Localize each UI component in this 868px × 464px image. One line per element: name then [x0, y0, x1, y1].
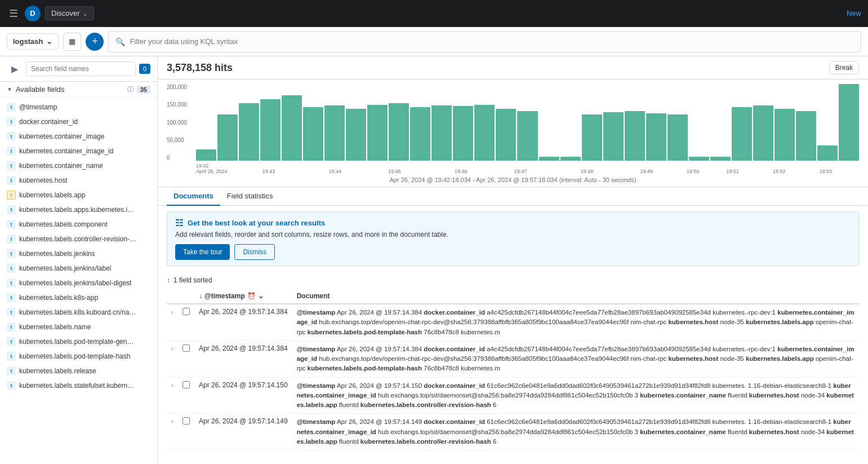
- chart-bar[interactable]: [625, 111, 645, 161]
- field-list-item[interactable]: tkubernetes.container_name+: [0, 158, 157, 173]
- chart-bar[interactable]: [774, 109, 795, 161]
- field-list-item[interactable]: tkubernetes.labels.statefulset.kubernete…: [0, 378, 157, 393]
- field-list-item[interactable]: tdocker.container_id+: [0, 114, 157, 129]
- field-list-item[interactable]: tkubernetes.labels.release+: [0, 364, 157, 378]
- expand-cell[interactable]: ›: [167, 341, 178, 377]
- chart-bar[interactable]: [603, 112, 624, 161]
- check-cell[interactable]: [178, 304, 194, 341]
- field-list-item[interactable]: tkubernetes.labels.jenkins/label+: [0, 261, 157, 276]
- available-fields-header: ▼ Available fields ⓘ 35: [0, 82, 157, 98]
- expand-icon[interactable]: ›: [171, 382, 173, 388]
- sidebar: ▶ 0 ▼ Available fields ⓘ 35 t@timestamp+…: [0, 56, 158, 464]
- field-list-item[interactable]: tkubernetes.labels.controller-revision-h…: [0, 232, 157, 246]
- chart-bar[interactable]: [324, 105, 345, 161]
- chart-bar[interactable]: [346, 109, 366, 161]
- row-checkbox[interactable]: [182, 308, 190, 315]
- field-list-item[interactable]: tkubernetes.labels.jenkins+: [0, 246, 157, 261]
- field-list-item[interactable]: tkubernetes.labels.component+: [0, 217, 157, 232]
- field-type-badge: t: [7, 147, 16, 156]
- tour-banner-title: ☷ Get the best look at your search resul…: [175, 218, 851, 228]
- check-cell[interactable]: [178, 377, 194, 414]
- chart-bar[interactable]: [796, 111, 816, 161]
- field-list-item[interactable]: tkubernetes.container_image+: [0, 129, 157, 144]
- field-list-item[interactable]: tkubernetes.labels.pod-template-hash+: [0, 349, 157, 364]
- available-fields-label: Available fields: [16, 85, 124, 94]
- chart-bar[interactable]: [282, 95, 302, 161]
- add-filter-button[interactable]: +: [86, 33, 104, 51]
- expand-cell[interactable]: ›: [167, 304, 178, 341]
- chart-bar[interactable]: [839, 84, 859, 161]
- search-input[interactable]: [130, 37, 854, 46]
- chart-bar[interactable]: [260, 99, 281, 161]
- chart-bar[interactable]: [710, 157, 731, 161]
- chart-bar[interactable]: [367, 105, 388, 161]
- tab-field-statistics[interactable]: Field statistics: [220, 187, 280, 206]
- chart-bar[interactable]: [410, 107, 430, 161]
- row-checkbox[interactable]: [182, 344, 190, 352]
- chart-bar[interactable]: [753, 105, 773, 161]
- field-list-item[interactable]: tkubernetes.labels.pod-template-generati…: [0, 334, 157, 349]
- expand-cell[interactable]: ›: [167, 414, 178, 450]
- expand-icon[interactable]: ›: [171, 309, 173, 315]
- chart-bar[interactable]: [539, 157, 559, 161]
- field-list-item[interactable]: tkubernetes.host+: [0, 173, 157, 188]
- chart-bar[interactable]: [517, 111, 537, 161]
- chart-bar[interactable]: [474, 105, 495, 161]
- tab-documents[interactable]: Documents: [167, 187, 220, 206]
- field-search-input[interactable]: [26, 61, 136, 76]
- check-cell[interactable]: [178, 341, 194, 377]
- field-name-label: kubernetes.host: [19, 176, 137, 184]
- chevron-down-icon: ▼: [7, 86, 12, 92]
- field-list-item[interactable]: tkubernetes.labels.k8s-app+: [0, 290, 157, 305]
- chart-bar[interactable]: [646, 113, 666, 161]
- col-timestamp-header[interactable]: ↓ @timestamp ⏰ ⌄: [194, 289, 292, 304]
- filter-count-button[interactable]: 0: [139, 64, 150, 74]
- chart-bar[interactable]: [732, 107, 752, 161]
- chart-x-label: 19:43: [262, 169, 275, 174]
- data-table: ↓ @timestamp ⏰ ⌄ Document ›Apr 26, 2024 …: [167, 289, 859, 450]
- top-nav: ☰ D Discover ⌄ New: [0, 0, 868, 27]
- hamburger-icon[interactable]: ☰: [7, 5, 20, 22]
- field-type-badge: t: [7, 249, 16, 258]
- chart-bar[interactable]: [667, 114, 688, 161]
- chart-bar[interactable]: [196, 149, 216, 161]
- chart-bar[interactable]: [217, 114, 238, 161]
- field-list-item[interactable]: tkubernetes.labels.apps.kubernetes.io/po…: [0, 202, 157, 217]
- chart-bar[interactable]: [582, 114, 602, 161]
- check-cell[interactable]: [178, 414, 194, 450]
- field-list-item[interactable]: tkubernetes.labels.name+: [0, 320, 157, 334]
- new-button[interactable]: New: [847, 9, 861, 17]
- field-list-item[interactable]: tkubernetes.labels.jenkins/label-digest+: [0, 276, 157, 290]
- field-list-item[interactable]: !kubernetes.labels.app+: [0, 188, 157, 202]
- chart-x-label: 19:48: [581, 169, 594, 174]
- chart-bar[interactable]: [453, 106, 473, 161]
- chart-bar[interactable]: [431, 105, 452, 161]
- field-name-label: kubernetes.labels.k8s-app: [19, 294, 137, 302]
- index-selector[interactable]: logstash ⌄: [7, 33, 59, 50]
- chart-bar[interactable]: [817, 145, 838, 161]
- field-list-item[interactable]: tkubernetes.container_image_id+: [0, 144, 157, 158]
- field-type-badge: t: [7, 103, 16, 112]
- expand-cell[interactable]: ›: [167, 377, 178, 414]
- expand-icon[interactable]: ›: [171, 418, 173, 425]
- take-tour-button[interactable]: Take the tour: [175, 244, 230, 260]
- row-checkbox[interactable]: [182, 381, 190, 388]
- search-bar: 🔍: [108, 31, 861, 52]
- row-checkbox[interactable]: [182, 417, 190, 425]
- expand-icon[interactable]: ›: [171, 346, 173, 352]
- chart-bar[interactable]: [239, 103, 259, 161]
- dismiss-button[interactable]: Dismiss: [234, 244, 275, 260]
- app-selector-button[interactable]: Discover ⌄: [45, 6, 94, 20]
- field-type-badge: t: [7, 381, 16, 390]
- filter-button[interactable]: ▦: [63, 33, 81, 51]
- chart-bar[interactable]: [560, 157, 581, 161]
- chart-bar[interactable]: [389, 103, 409, 161]
- chart-bar[interactable]: [303, 107, 323, 161]
- field-list-item[interactable]: tkubernetes.labels.k8s.kuboard.cn/name+: [0, 305, 157, 320]
- hits-header: 3,578,158 hits Break: [158, 56, 868, 79]
- chart-bar[interactable]: [496, 109, 516, 161]
- chart-bar[interactable]: [689, 157, 709, 161]
- break-button[interactable]: Break: [829, 61, 859, 74]
- field-list-item[interactable]: t@timestamp+: [0, 100, 157, 114]
- sidebar-toggle-button[interactable]: ▶: [7, 61, 23, 77]
